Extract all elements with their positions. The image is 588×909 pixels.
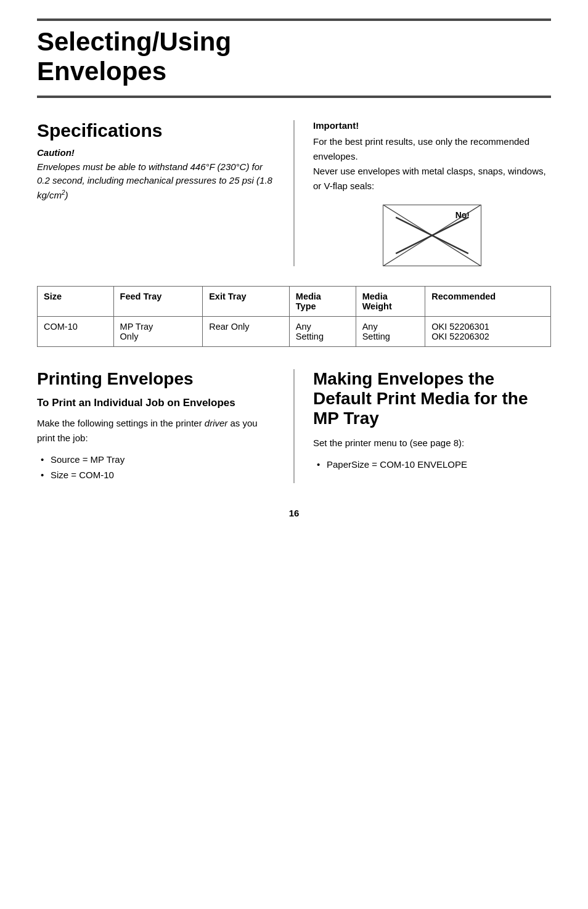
envelope-diagram: No! — [313, 205, 551, 266]
page-number: 16 — [37, 508, 551, 518]
list-item: PaperSize = COM-10 ENVELOPE — [317, 457, 551, 473]
envelope-table: Size Feed Tray Exit Tray MediaType Media… — [37, 286, 551, 347]
printing-body: Make the following settings in the print… — [37, 416, 275, 446]
cell-exit-tray: Rear Only — [203, 316, 290, 346]
cell-size: COM-10 — [38, 316, 114, 346]
printing-section: Printing Envelopes To Print an Individua… — [37, 369, 551, 483]
cell-media-type: AnySetting — [289, 316, 356, 346]
making-default-title: Making Envelopes the Default Print Media… — [313, 369, 551, 428]
important-col: Important! For the best print results, u… — [295, 120, 551, 266]
making-default-col: Making Envelopes the Default Print Media… — [295, 369, 551, 483]
table-row: COM-10 MP TrayOnly Rear Only AnySetting … — [38, 316, 551, 346]
cell-feed-tray: MP TrayOnly — [113, 316, 203, 346]
col-header-recommended: Recommended — [425, 286, 551, 316]
col-header-media-type: MediaType — [289, 286, 356, 316]
col-header-media-weight: MediaWeight — [356, 286, 425, 316]
col-header-exit-tray: Exit Tray — [203, 286, 290, 316]
cell-media-weight: AnySetting — [356, 316, 425, 346]
envelope-box: No! — [383, 205, 481, 266]
list-item: Size = COM-10 — [41, 467, 275, 483]
caution-label: Caution! — [37, 147, 275, 158]
col-header-feed-tray: Feed Tray — [113, 286, 203, 316]
important-text: For the best print results, use only the… — [313, 134, 551, 194]
table-section: Size Feed Tray Exit Tray MediaType Media… — [37, 286, 551, 347]
making-default-body: Set the printer menu to (see page 8): — [313, 436, 551, 450]
specifications-title: Specifications — [37, 120, 275, 141]
printing-col: Printing Envelopes To Print an Individua… — [37, 369, 295, 483]
svg-line-0 — [384, 205, 432, 235]
caution-text: Envelopes must be able to withstand 446°… — [37, 160, 275, 203]
list-item: Source = MP Tray — [41, 452, 275, 468]
top-two-col: Specifications Caution! Envelopes must b… — [37, 120, 551, 266]
cell-recommended: OKI 52206301OKI 52206302 — [425, 316, 551, 346]
making-default-bullets: PaperSize = COM-10 ENVELOPE — [313, 457, 551, 473]
title-bar: Selecting/Using Envelopes — [37, 18, 551, 98]
page: Selecting/Using Envelopes Specifications… — [0, 0, 588, 909]
svg-line-3 — [432, 235, 480, 266]
page-title: Selecting/Using Envelopes — [37, 27, 551, 87]
svg-line-1 — [432, 205, 480, 235]
printing-subtitle: To Print an Individual Job on Envelopes — [37, 396, 275, 410]
col-header-size: Size — [38, 286, 114, 316]
important-label: Important! — [313, 120, 551, 131]
printing-title: Printing Envelopes — [37, 369, 275, 389]
specifications-col: Specifications Caution! Envelopes must b… — [37, 120, 295, 266]
envelope-svg — [383, 205, 481, 266]
printing-bullets: Source = MP Tray Size = COM-10 — [37, 452, 275, 483]
svg-line-2 — [384, 235, 432, 266]
